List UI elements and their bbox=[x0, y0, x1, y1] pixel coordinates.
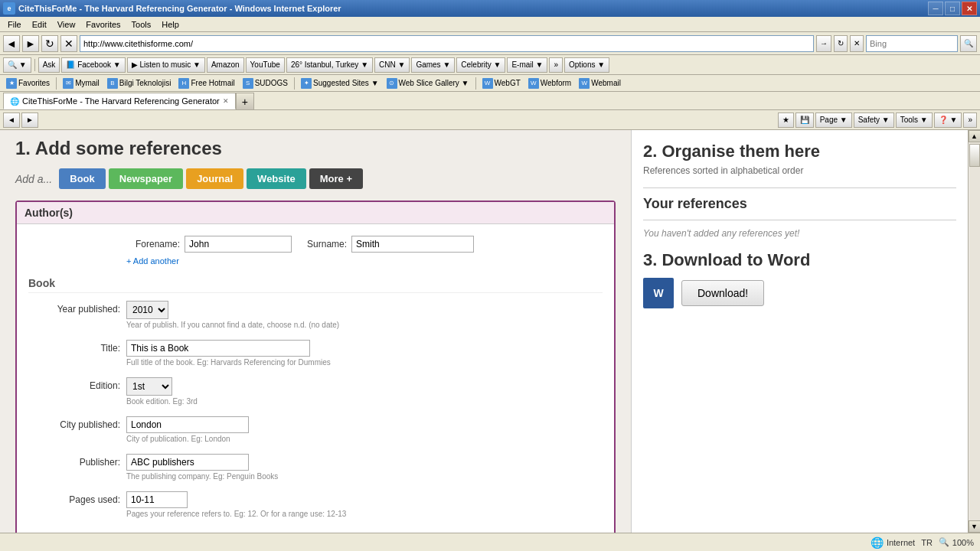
scroll-up[interactable]: ▲ bbox=[969, 130, 981, 142]
tb-facebook[interactable]: 📘 Facebook ▼ bbox=[61, 57, 125, 73]
pages-input[interactable] bbox=[126, 491, 188, 508]
scroll-thumb[interactable] bbox=[969, 144, 980, 167]
bm-webgt[interactable]: W WebGT bbox=[479, 77, 524, 90]
safety-btn[interactable]: Safety ▼ bbox=[854, 112, 894, 128]
tab-icon: 🌐 bbox=[10, 97, 19, 106]
back-button[interactable]: ◄ bbox=[3, 35, 20, 52]
close-button[interactable]: ✕ bbox=[962, 2, 977, 15]
stop-button[interactable]: ✕ bbox=[60, 35, 77, 52]
pages-hint: Pages your reference refers to. Eg: 12. … bbox=[126, 510, 603, 518]
tab-website[interactable]: Website bbox=[247, 168, 306, 189]
window-title: CiteThisForMe - The Harvard Referencing … bbox=[18, 4, 341, 13]
menu-favorites[interactable]: Favorites bbox=[81, 18, 125, 31]
name-row: Forename: Surname: bbox=[28, 236, 603, 253]
more-btn2[interactable]: » bbox=[963, 112, 977, 128]
surname-input[interactable] bbox=[351, 236, 474, 253]
scroll-track bbox=[969, 142, 980, 520]
page-menu-btn[interactable]: Page ▼ bbox=[815, 112, 852, 128]
tab-more[interactable]: More + bbox=[309, 168, 363, 189]
scroll-down[interactable]: ▼ bbox=[969, 520, 981, 533]
menu-view[interactable]: View bbox=[53, 18, 80, 31]
bookmarks-bar: ★ Favorites ✉ Mymail B Bilgi Teknolojisi… bbox=[0, 75, 980, 92]
help-btn[interactable]: ❓ ▼ bbox=[934, 112, 962, 128]
authors-header: Author(s) bbox=[17, 202, 614, 224]
edition-hint: Book edition. Eg: 3rd bbox=[126, 397, 603, 406]
tb-games[interactable]: Games ▼ bbox=[411, 57, 455, 73]
publisher-input[interactable] bbox=[126, 454, 249, 471]
menu-edit[interactable]: Edit bbox=[28, 18, 51, 31]
tb-options[interactable]: Options ▼ bbox=[564, 57, 609, 73]
tab-new[interactable]: + bbox=[236, 93, 254, 109]
pages-label: Pages used: bbox=[28, 491, 120, 505]
tab-bar: 🌐 CiteThisForMe - The Harvard Referencin… bbox=[0, 92, 980, 110]
tab-book[interactable]: Book bbox=[59, 168, 106, 189]
bm-webform[interactable]: W Webform bbox=[525, 77, 574, 90]
favorites-btn[interactable]: ★ bbox=[778, 112, 794, 128]
tools-btn[interactable]: Tools ▼ bbox=[896, 112, 933, 128]
tb-amazon[interactable]: Amazon bbox=[207, 57, 244, 73]
address-bar[interactable] bbox=[80, 35, 814, 52]
tb-cnn[interactable]: CNN ▼ bbox=[374, 57, 410, 73]
bm-webslice[interactable]: ⊙ Web Slice Gallery ▼ bbox=[384, 77, 472, 90]
search-button[interactable]: 🔍 bbox=[960, 35, 977, 52]
bm-favorites-label: Favorites bbox=[18, 79, 50, 87]
internet-zone: 🌐 Internet bbox=[871, 536, 915, 549]
bm-hotmail[interactable]: H Free Hotmail bbox=[175, 77, 237, 90]
title-input[interactable] bbox=[126, 340, 310, 357]
rp-empty-msg: You haven't added any references yet! bbox=[643, 228, 956, 239]
tb-weather[interactable]: 26° Istanbul, Turkey ▼ bbox=[286, 57, 373, 73]
window-titlebar: e CiteThisForMe - The Harvard Referencin… bbox=[0, 0, 980, 17]
refresh-button[interactable]: ↻ bbox=[41, 35, 58, 52]
bm-bilgi[interactable]: B Bilgi Teknolojisi bbox=[104, 77, 175, 90]
hotmail-icon: H bbox=[178, 78, 189, 89]
bilgi-icon: B bbox=[107, 78, 118, 89]
page-forward[interactable]: ► bbox=[21, 112, 38, 128]
globe-icon: 🌐 bbox=[871, 536, 884, 549]
bm-webmail[interactable]: W Webmail bbox=[576, 77, 624, 90]
zoom-section: 🔍 100% bbox=[939, 537, 974, 547]
tab-close-icon[interactable]: ✕ bbox=[223, 97, 229, 105]
bm-webslice-label: Web Slice Gallery ▼ bbox=[399, 79, 469, 87]
forward-button[interactable]: ► bbox=[22, 35, 39, 52]
edition-select[interactable]: 1st 2nd 3rd bbox=[126, 377, 172, 396]
tab-newspaper[interactable]: Newspaper bbox=[109, 168, 183, 189]
rp-heading2: 2. Organise them here bbox=[643, 142, 956, 161]
year-select[interactable]: 2010 bbox=[126, 301, 168, 319]
tab-main[interactable]: 🌐 CiteThisForMe - The Harvard Referencin… bbox=[3, 93, 236, 109]
menu-file[interactable]: File bbox=[3, 18, 26, 31]
webgt-icon: W bbox=[482, 78, 493, 89]
search-input[interactable] bbox=[866, 35, 958, 52]
bm-mymail[interactable]: ✉ Mymail bbox=[60, 77, 103, 90]
refresh-btn2[interactable]: ↻ bbox=[834, 35, 848, 52]
bm-suggested[interactable]: ✦ Suggested Sites ▼ bbox=[298, 77, 382, 90]
menu-help[interactable]: Help bbox=[157, 18, 184, 31]
right-panel: 2. Organise them here References sorted … bbox=[631, 130, 968, 533]
add-another-link[interactable]: + Add another bbox=[126, 256, 603, 266]
tab-journal[interactable]: Journal bbox=[186, 168, 243, 189]
stop-btn2[interactable]: ✕ bbox=[850, 35, 864, 52]
menu-tools[interactable]: Tools bbox=[127, 18, 156, 31]
tb-celebrity[interactable]: Celebrity ▼ bbox=[456, 57, 505, 73]
tb-more[interactable]: » bbox=[549, 57, 563, 73]
tb-music[interactable]: ▶ Listen to music ▼ bbox=[127, 57, 205, 73]
publisher-row: Publisher: The publishing company. Eg: P… bbox=[28, 454, 603, 481]
title-label: Title: bbox=[28, 340, 120, 354]
year-row: Year published: 2010 Year of publish. If… bbox=[28, 301, 603, 329]
download-button[interactable]: Download! bbox=[681, 280, 764, 306]
go-button[interactable]: → bbox=[816, 35, 831, 52]
bm-sudogs[interactable]: S SUDOGS bbox=[240, 77, 291, 90]
separator-1 bbox=[34, 59, 35, 71]
save-page-btn[interactable]: 💾 bbox=[795, 112, 814, 128]
content-area: 1. Add some references Add a... Book New… bbox=[0, 130, 631, 533]
city-input[interactable] bbox=[126, 416, 249, 433]
tb-ask[interactable]: Ask bbox=[38, 57, 60, 73]
forename-input[interactable] bbox=[185, 236, 292, 253]
minimize-button[interactable]: ─ bbox=[928, 2, 943, 15]
tb-email[interactable]: E-mail ▼ bbox=[507, 57, 547, 73]
bm-favorites[interactable]: ★ Favorites bbox=[3, 77, 53, 90]
tb-youtube[interactable]: YouTube bbox=[246, 57, 285, 73]
maximize-button[interactable]: □ bbox=[945, 2, 960, 15]
page-back[interactable]: ◄ bbox=[3, 112, 20, 128]
tb-search[interactable]: 🔍 ▼ bbox=[3, 57, 31, 73]
word-icon: W bbox=[643, 278, 674, 308]
